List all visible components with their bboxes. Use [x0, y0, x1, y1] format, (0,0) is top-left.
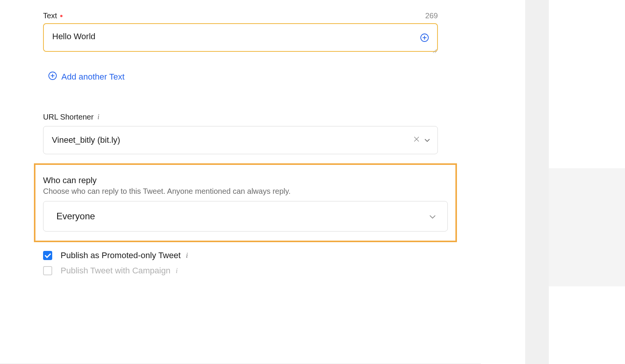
promoted-tweet-label: Publish as Promoted-only Tweet i [61, 251, 188, 260]
right-gutter [525, 0, 549, 364]
right-panel-bottom [549, 168, 625, 286]
url-shortener-select-wrapper: Vineet_bitly (bit.ly) [43, 126, 438, 154]
text-label-text: Text [43, 11, 57, 20]
who-can-reply-description: Choose who can reply to this Tweet. Anyo… [43, 187, 448, 196]
char-counter: 269 [425, 11, 438, 20]
required-indicator-icon [60, 15, 62, 17]
campaign-label: Publish Tweet with Campaign i [61, 266, 178, 276]
url-shortener-label: URL Shortener [43, 113, 94, 121]
info-icon: i [176, 267, 178, 275]
text-label: Text [43, 11, 62, 20]
info-icon[interactable]: i [186, 252, 188, 260]
who-can-reply-select[interactable]: Everyone [43, 201, 448, 231]
promoted-tweet-checkbox[interactable] [43, 251, 52, 260]
text-field-header: Text 269 [43, 11, 438, 20]
form-content: Text 269 [0, 11, 481, 276]
right-sidebar-area [481, 0, 625, 364]
chevron-down-icon [429, 211, 436, 222]
add-another-text-label: Add another Text [61, 72, 125, 82]
add-another-text-button[interactable]: Add another Text [43, 72, 125, 82]
campaign-label-text: Publish Tweet with Campaign [61, 266, 170, 276]
text-input-wrapper [43, 23, 438, 53]
promoted-tweet-label-text: Publish as Promoted-only Tweet [61, 251, 181, 260]
who-can-reply-value: Everyone [56, 211, 95, 222]
url-shortener-value: Vineet_bitly (bit.ly) [52, 135, 120, 145]
tweet-text-input[interactable] [43, 23, 438, 52]
add-variable-icon[interactable] [420, 34, 429, 43]
select-actions [413, 136, 430, 144]
who-can-reply-section: Who can reply Choose who can reply to th… [34, 163, 457, 242]
right-spacer [481, 0, 525, 364]
campaign-checkbox [43, 266, 52, 275]
clear-icon[interactable] [413, 136, 420, 144]
campaign-checkbox-row: Publish Tweet with Campaign i [43, 266, 438, 276]
url-shortener-label-row: URL Shortener i [43, 113, 438, 121]
url-shortener-section: URL Shortener i Vineet_bitly (bit.ly) [43, 113, 438, 154]
plus-circle-icon [48, 72, 57, 82]
info-icon[interactable]: i [98, 113, 99, 121]
url-shortener-select[interactable]: Vineet_bitly (bit.ly) [43, 126, 438, 154]
main-container: Text 269 [0, 0, 481, 364]
chevron-down-icon[interactable] [424, 137, 430, 144]
promoted-checkbox-row: Publish as Promoted-only Tweet i [43, 251, 438, 260]
who-can-reply-title: Who can reply [43, 176, 448, 185]
